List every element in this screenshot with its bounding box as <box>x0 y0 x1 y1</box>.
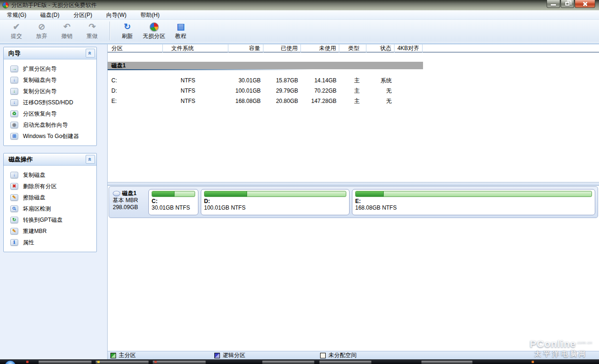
lossless-partition-icon <box>150 22 159 31</box>
tutorial-icon: ▤ <box>176 22 184 32</box>
column-header-unused[interactable]: 未使用 <box>301 44 339 52</box>
sidebar-item-bad-sector-test[interactable]: ⚲ 坏扇区检测 <box>4 203 96 214</box>
sidebar-item-extend-partition-wizard[interactable]: → 扩展分区向导 <box>4 63 96 74</box>
column-header-status[interactable]: 状态 <box>366 44 394 52</box>
sidebar: 向导 « → 扩展分区向导 ↓ 复制磁盘向导 ↓ 复制分区向导 <box>0 44 108 359</box>
disk-size: 298.09GB <box>113 204 148 211</box>
rebuild-mbr-icon: ✎ <box>10 228 18 234</box>
sidebar-item-bootable-cd[interactable]: ◉ 启动光盘制作向导 <box>4 119 96 131</box>
app-icon <box>2 2 9 8</box>
column-header-4kb-align[interactable]: 4KB对齐 <box>394 44 423 52</box>
legend-unallocated-space: 未分配空间 <box>320 351 357 359</box>
sidebar-item-properties[interactable]: ℹ 属性 <box>4 237 96 248</box>
wipe-disk-icon: ✎ <box>10 194 18 201</box>
minimize-button[interactable] <box>547 0 560 8</box>
taskbar-window-button[interactable] <box>95 360 149 364</box>
partition-block-e[interactable]: E: 168.08GB NTFS <box>352 189 595 215</box>
table-row-d[interactable]: D: NTFS 100.01GB 29.79GB 70.22GB 主 无 <box>108 86 599 96</box>
partition-table-header: 分区 文件系统 容量 已使用 未使用 类型 状态 4KB对齐 <box>108 44 599 52</box>
table-row-e[interactable]: E: NTFS 168.08GB 20.80GB 147.28GB 主 无 <box>108 96 599 106</box>
primary-partition-color-swatch <box>110 353 116 358</box>
title-bar: 分区助手PE版 - 无损分区免费软件 <box>0 0 599 10</box>
partition-recovery-icon: ♻ <box>10 110 18 117</box>
menu-help[interactable]: 帮助(H) <box>133 10 167 20</box>
disk-operations-panel-header[interactable]: 磁盘操作 « <box>4 153 96 166</box>
close-button[interactable] <box>575 0 595 8</box>
disk-graph-panel: 磁盘1 基本 MBR 298.09GB C: 30.01GB NTFS D: 1… <box>109 186 598 218</box>
copy-partition-icon: ↓ <box>10 88 18 95</box>
sidebar-item-migrate-os[interactable]: ↓ 迁移OS到SSD/HDD <box>4 97 96 108</box>
tutorial-button[interactable]: ▤ 教程 <box>168 21 193 41</box>
sidebar-item-wipe-disk[interactable]: ✎ 擦除磁盘 <box>4 192 96 203</box>
unallocated-color-swatch <box>320 353 326 358</box>
sidebar-item-windows-to-go[interactable]: ⊞ Windows To Go创建器 <box>4 131 96 142</box>
legend-logical-partition: 逻辑分区 <box>214 351 245 359</box>
taskbar-window-button[interactable] <box>421 360 473 364</box>
disk-ops-collapse-button[interactable]: « <box>86 155 95 164</box>
wizard-panel: 向导 « → 扩展分区向导 ↓ 复制磁盘向导 ↓ 复制分区向导 <box>3 47 97 146</box>
menu-general[interactable]: 常规(G) <box>0 10 33 20</box>
start-orb[interactable] <box>5 360 16 364</box>
wizard-panel-header[interactable]: 向导 « <box>4 47 96 59</box>
redo-button[interactable]: ↷ 重做 <box>80 21 105 41</box>
taskbar-icon[interactable] <box>26 361 29 363</box>
disk-group-underline <box>108 69 423 70</box>
caption-buttons <box>546 0 595 8</box>
magnifier-icon: ⚲ <box>10 205 18 212</box>
empty-area <box>108 218 599 351</box>
app-window: 分区助手PE版 - 无损分区免费软件 常规(G) 磁盘(D) 分区(P) 向导(… <box>0 0 599 364</box>
column-header-used[interactable]: 已使用 <box>263 44 301 52</box>
sidebar-item-rebuild-mbr[interactable]: ✎ 重建MBR <box>4 226 96 237</box>
commit-button[interactable]: ✔ 提交 <box>4 21 29 41</box>
column-header-filesystem[interactable]: 文件系统 <box>163 44 228 52</box>
refresh-icon: ↻ <box>124 22 131 32</box>
info-icon: ℹ <box>10 239 18 246</box>
taskbar-window-button[interactable] <box>319 360 372 364</box>
sidebar-item-partition-recovery[interactable]: ♻ 分区恢复向导 <box>4 108 96 119</box>
taskbar-window-button[interactable] <box>262 360 314 364</box>
taskbar-window-button[interactable] <box>38 360 92 364</box>
undo-icon: ↶ <box>63 22 70 32</box>
sidebar-item-copy-disk-wizard[interactable]: ↓ 复制磁盘向导 <box>4 74 96 86</box>
taskbar-window-button[interactable] <box>153 360 206 364</box>
disk-type: 基本 MBR <box>113 197 148 204</box>
chevron-up-icon: « <box>87 51 93 55</box>
convert-gpt-icon: ↻ <box>10 217 18 223</box>
wizard-collapse-button[interactable]: « <box>86 49 95 58</box>
column-header-capacity[interactable]: 容量 <box>228 44 263 52</box>
discard-icon: ⊘ <box>38 22 45 32</box>
discard-button[interactable]: ⊘ 放弃 <box>29 21 54 41</box>
table-row-c[interactable]: C: NTFS 30.01GB 15.87GB 14.14GB 主 系统 <box>108 75 599 86</box>
undo-button[interactable]: ↶ 撤销 <box>54 21 80 41</box>
disk-info[interactable]: 磁盘1 基本 MBR 298.09GB <box>111 189 148 215</box>
windows-to-go-icon: ⊞ <box>10 133 18 139</box>
column-header-type[interactable]: 类型 <box>339 44 366 52</box>
sidebar-item-copy-partition-wizard[interactable]: ↓ 复制分区向导 <box>4 86 96 97</box>
toolbar: ✔ 提交 ⊘ 放弃 ↶ 撤销 ↷ 重做 ↻ 刷新 无损分区 ▤ 教程 <box>0 20 599 42</box>
menu-disk[interactable]: 磁盘(D) <box>33 10 66 20</box>
menu-bar: 常规(G) 磁盘(D) 分区(P) 向导(W) 帮助(H) <box>0 10 599 20</box>
column-header-partition[interactable]: 分区 <box>108 44 163 52</box>
extend-partition-icon: → <box>10 66 18 72</box>
lossless-partition-button[interactable]: 无损分区 <box>140 21 168 41</box>
disk-group-header[interactable]: 磁盘1 <box>108 62 423 69</box>
windows-taskbar <box>0 359 599 364</box>
sidebar-item-convert-to-gpt[interactable]: ↻ 转换到GPT磁盘 <box>4 214 96 226</box>
sidebar-item-delete-all-partitions[interactable]: ✖ 删除所有分区 <box>4 181 96 192</box>
legend-primary-partition: 主分区 <box>110 351 136 359</box>
bootable-cd-icon: ◉ <box>10 122 18 128</box>
menu-wizard[interactable]: 向导(W) <box>99 10 133 20</box>
sidebar-item-copy-disk[interactable]: ↓ 复制磁盘 <box>4 169 96 181</box>
partition-block-d[interactable]: D: 100.01GB NTFS <box>201 189 350 215</box>
usage-bar <box>204 191 346 197</box>
copy-disk-icon: ↓ <box>10 172 18 178</box>
taskbar-tray-icon[interactable] <box>532 361 534 363</box>
usage-bar <box>355 191 592 197</box>
menu-partition[interactable]: 分区(P) <box>66 10 99 20</box>
horizontal-splitter[interactable] <box>108 182 599 186</box>
refresh-button[interactable]: ↻ 刷新 <box>115 21 140 41</box>
restore-button[interactable] <box>561 0 574 8</box>
copy-disk-wizard-icon: ↓ <box>10 77 18 83</box>
partition-block-c[interactable]: C: 30.01GB NTFS <box>148 189 198 215</box>
migrate-os-icon: ↓ <box>10 99 18 106</box>
